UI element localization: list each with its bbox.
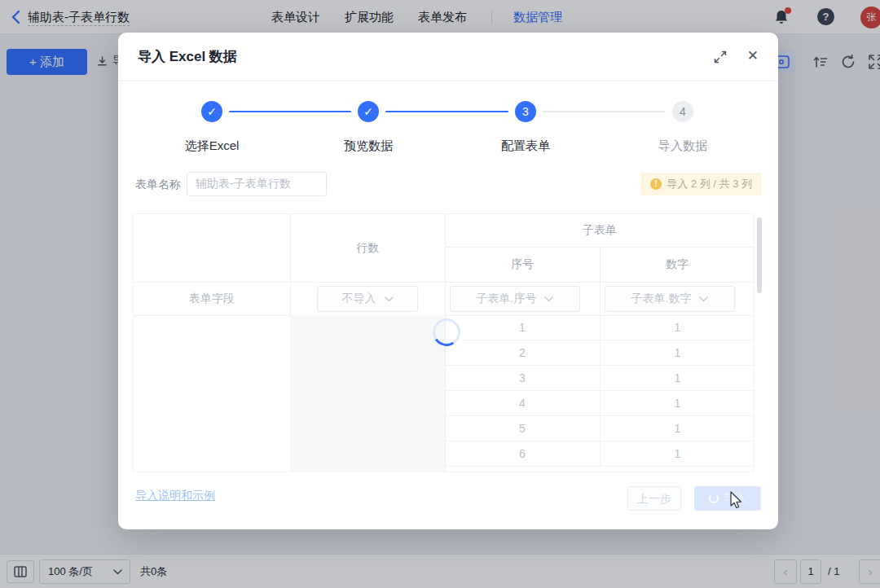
- table-cell: 1: [600, 441, 755, 466]
- modal-header: 导入 Excel 数据 ✕: [118, 33, 778, 81]
- step-2-label: 预览数据: [311, 138, 425, 154]
- step-1-label: 选择Excel: [155, 138, 269, 154]
- expand-icon[interactable]: [713, 50, 728, 64]
- select-rowcount-mapping[interactable]: 不导入: [317, 286, 418, 312]
- header-number: 数字: [600, 247, 755, 282]
- grid-line: [600, 247, 601, 315]
- header-group-subform: 子表单: [445, 214, 755, 247]
- close-icon[interactable]: ✕: [747, 33, 759, 81]
- step-1-circle: ✓: [201, 101, 222, 122]
- import-help-link[interactable]: 导入说明和示例: [135, 489, 215, 503]
- table-cell: 4: [445, 391, 600, 415]
- chevron-down-icon: [699, 296, 708, 302]
- select-value: 不导入: [342, 292, 376, 306]
- chevron-down-icon: [544, 296, 553, 302]
- form-name-label: 表单名称: [135, 172, 181, 196]
- table-row: 11: [445, 315, 755, 340]
- table-row: 51: [445, 416, 755, 441]
- select-value: 子表单.序号: [477, 292, 537, 306]
- field-row-label: 表单字段: [134, 282, 290, 315]
- select-seq-mapping[interactable]: 子表单.序号: [450, 286, 580, 312]
- table-cell: 1: [600, 315, 755, 340]
- step-connector: [229, 111, 351, 112]
- modal-title: 导入 Excel 数据: [138, 33, 237, 81]
- badge-text: 导入 2 列 / 共 3 列: [667, 177, 752, 191]
- previous-step-button[interactable]: 上一步: [627, 486, 681, 511]
- table-row: 21: [445, 340, 755, 366]
- table-cell: 2: [445, 340, 600, 365]
- step-2-circle: ✓: [358, 101, 379, 122]
- chevron-down-icon: [385, 296, 394, 302]
- header-rowcount: 行数: [290, 214, 445, 282]
- excluded-column-block: [290, 315, 445, 472]
- table-cell: 5: [445, 416, 600, 441]
- table-cell: 1: [600, 340, 755, 365]
- header-seq: 序号: [445, 247, 600, 282]
- mouse-cursor: [728, 490, 746, 510]
- grid-line: [445, 247, 755, 248]
- button-spinner-icon: [709, 494, 719, 503]
- select-value: 子表单.数字: [631, 292, 692, 306]
- table-cell: 6: [445, 441, 600, 466]
- import-excel-modal: 导入 Excel 数据 ✕ ✓ ✓ 3 4 选择Excel 预览数据 配置表单 …: [118, 33, 778, 529]
- select-number-mapping[interactable]: 子表单.数字: [605, 286, 735, 312]
- table-cell: 1: [600, 391, 755, 415]
- grid-line: [290, 214, 291, 315]
- form-name-input[interactable]: [187, 172, 327, 196]
- table-cell: 1: [600, 416, 755, 441]
- step-3-label: 配置表单: [469, 138, 583, 154]
- table-cell: 1: [445, 315, 600, 340]
- step-4-circle: 4: [672, 101, 693, 122]
- table-data-rows: 112131415161: [445, 315, 755, 467]
- import-columns-badge: ! 导入 2 列 / 共 3 列: [640, 173, 762, 195]
- table-cell: 3: [445, 366, 600, 390]
- step-4-label: 导入数据: [626, 138, 740, 154]
- step-3-circle: 3: [515, 101, 536, 122]
- table-row: 31: [445, 366, 755, 391]
- table-row: 61: [445, 441, 755, 467]
- step-connector: [543, 111, 666, 112]
- table-cell: 1: [600, 366, 755, 390]
- header-empty-cell: [134, 214, 290, 282]
- warning-icon: !: [650, 178, 662, 190]
- step-connector: [385, 111, 508, 112]
- table-scrollbar[interactable]: [757, 217, 762, 293]
- table-row: 41: [445, 391, 755, 416]
